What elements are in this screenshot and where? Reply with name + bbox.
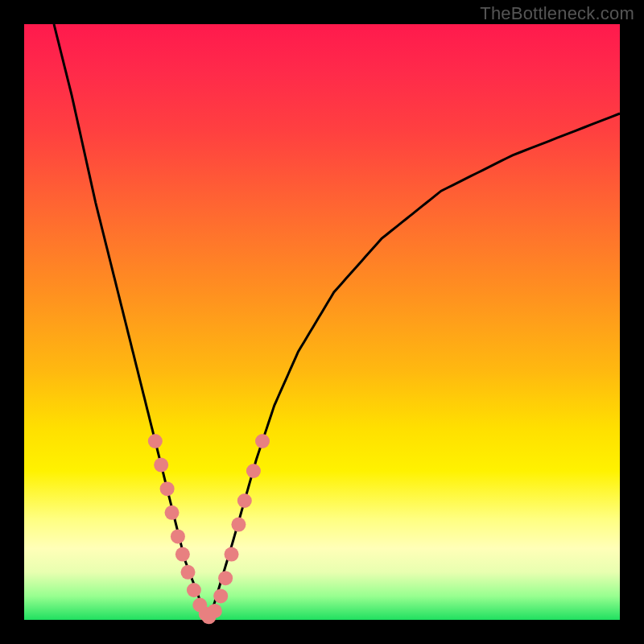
data-point (160, 481, 175, 496)
plot-area (24, 24, 620, 620)
data-point (187, 583, 201, 597)
data-point (225, 547, 239, 562)
data-point (246, 464, 261, 478)
data-point (213, 588, 228, 603)
chart-frame: TheBottleneck.com (0, 0, 644, 644)
data-point (148, 434, 163, 448)
curve-left-curve (54, 24, 208, 620)
data-point (231, 518, 246, 532)
data-point (237, 493, 252, 508)
chart-svg (24, 24, 620, 620)
data-point (218, 571, 233, 585)
data-point (154, 458, 168, 473)
curve-right-curve (208, 114, 620, 620)
curve-layer (54, 24, 620, 620)
data-point (181, 565, 196, 580)
data-point (255, 434, 270, 448)
data-point (208, 604, 222, 618)
scatter-layer (148, 434, 270, 624)
data-point (175, 547, 190, 562)
data-point (165, 506, 180, 520)
data-point (171, 529, 185, 543)
watermark-text: TheBottleneck.com (480, 3, 634, 24)
